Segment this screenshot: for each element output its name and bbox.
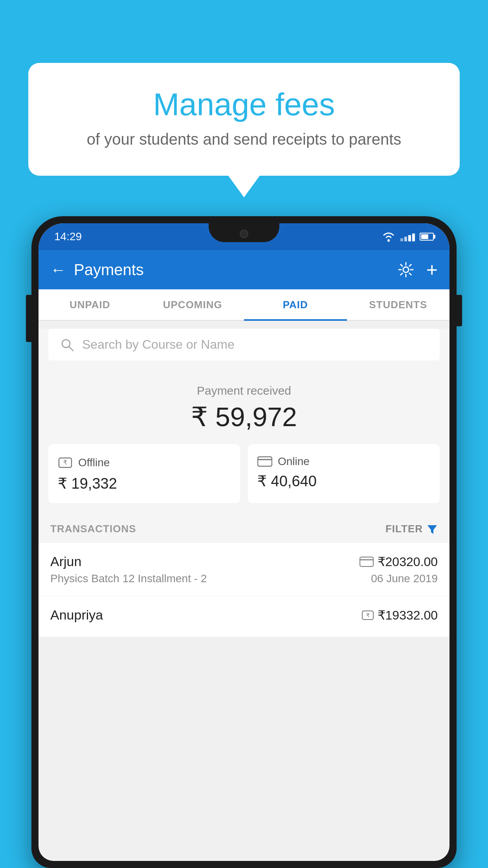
svg-point-1	[403, 267, 409, 272]
tab-students[interactable]: STUDENTS	[347, 289, 450, 320]
phone-outer: 14:29	[31, 216, 457, 868]
transaction-amount: ₹20320.00	[378, 554, 438, 569]
app-bar: ← Payments +	[39, 250, 449, 289]
online-payment-card: Online ₹ 40,640	[248, 444, 440, 503]
tab-upcoming[interactable]: UPCOMING	[141, 289, 244, 320]
payment-received-amount: ₹ 59,972	[46, 401, 442, 432]
svg-line-3	[69, 347, 73, 351]
payment-received-section: Payment received ₹ 59,972	[39, 368, 449, 444]
online-card-header: Online	[257, 455, 430, 468]
transaction-course: Physics Batch 12 Installment - 2	[50, 572, 207, 585]
offline-payment-icon: ₹	[58, 455, 73, 470]
online-amount: ₹ 40,640	[257, 473, 430, 490]
phone-screen: 14:29	[39, 223, 449, 861]
transaction-name: Anupriya	[50, 607, 103, 623]
phone-wrapper: 14:29	[31, 216, 457, 868]
speech-bubble-subtitle: of your students and send receipts to pa…	[60, 131, 428, 148]
transaction-row[interactable]: Anupriya ₹ ₹19332.00	[39, 596, 449, 637]
battery-icon	[420, 233, 434, 241]
signal-icon	[400, 232, 415, 241]
app-bar-actions: +	[397, 260, 438, 280]
speech-bubble-title: Manage fees	[60, 86, 428, 123]
search-icon	[60, 338, 74, 352]
transaction-amount-container: ₹20320.00	[360, 554, 438, 569]
svg-point-0	[387, 239, 390, 242]
transaction-row[interactable]: Arjun ₹20320.00 Physics Batch 12 Install…	[39, 543, 449, 596]
svg-text:₹: ₹	[63, 459, 67, 466]
rupee-payment-icon: ₹	[362, 609, 374, 621]
transaction-amount: ₹19332.00	[378, 608, 438, 623]
search-input[interactable]: Search by Course or Name	[82, 337, 235, 352]
online-payment-icon	[257, 456, 272, 467]
offline-card-header: ₹ Offline	[58, 455, 231, 470]
transactions-label: TRANSACTIONS	[50, 523, 136, 535]
add-payment-button[interactable]: +	[426, 260, 438, 280]
phone-notch	[209, 223, 279, 242]
payment-received-label: Payment received	[46, 384, 442, 397]
online-label: Online	[278, 455, 310, 468]
svg-rect-6	[258, 457, 272, 466]
status-icons	[382, 231, 434, 242]
front-camera	[240, 230, 248, 238]
tabs-bar: UNPAID UPCOMING PAID STUDENTS	[39, 289, 449, 321]
app-bar-title: Payments	[74, 261, 397, 279]
transaction-amount-container: ₹ ₹19332.00	[362, 608, 438, 623]
back-button[interactable]: ←	[50, 261, 66, 279]
payment-cards: ₹ Offline ₹ 19,332	[39, 444, 449, 515]
offline-payment-card: ₹ Offline ₹ 19,332	[48, 444, 240, 503]
svg-text:₹: ₹	[366, 612, 369, 618]
filter-label: FILTER	[385, 523, 423, 535]
filter-button[interactable]: FILTER	[385, 523, 438, 535]
status-time: 14:29	[54, 230, 82, 243]
settings-icon[interactable]	[397, 261, 415, 278]
content-area: Search by Course or Name Payment receive…	[39, 329, 449, 637]
transaction-date: 06 June 2019	[371, 572, 438, 585]
search-bar[interactable]: Search by Course or Name	[48, 329, 440, 360]
transactions-header: TRANSACTIONS FILTER	[39, 515, 449, 543]
offline-label: Offline	[78, 456, 110, 469]
tab-paid[interactable]: PAID	[244, 289, 347, 320]
transaction-name: Arjun	[50, 554, 81, 569]
filter-icon	[427, 524, 438, 535]
svg-marker-8	[427, 525, 437, 534]
offline-amount: ₹ 19,332	[58, 475, 231, 492]
speech-bubble: Manage fees of your students and send re…	[28, 63, 460, 176]
speech-bubble-arrow	[228, 176, 260, 197]
svg-rect-9	[360, 557, 373, 566]
speech-bubble-wrapper: Manage fees of your students and send re…	[28, 63, 460, 197]
tab-unpaid[interactable]: UNPAID	[39, 289, 141, 320]
wifi-icon	[382, 231, 396, 242]
card-payment-icon	[360, 557, 374, 567]
